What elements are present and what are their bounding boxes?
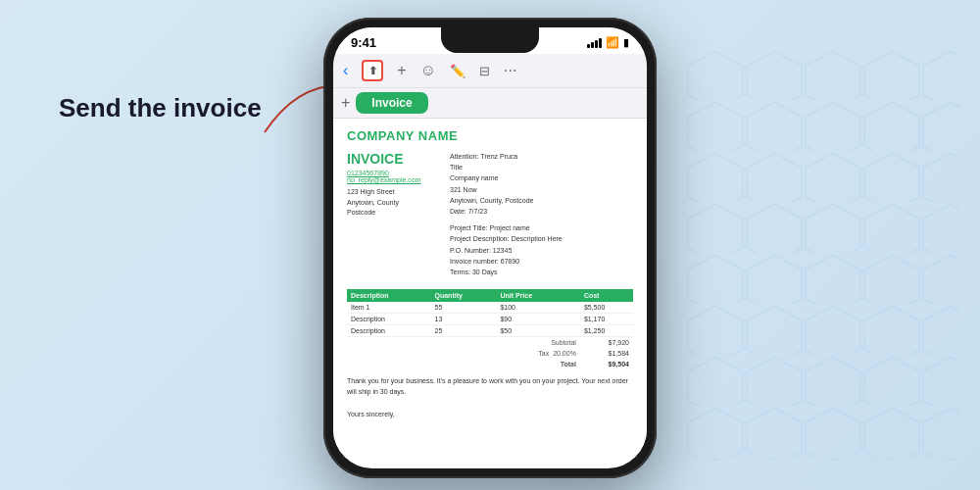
tab-bar: + Invoice — [333, 88, 647, 119]
annotation-text: Send the invoice — [59, 93, 262, 122]
share-icon: ⬆ — [368, 65, 377, 77]
svg-rect-2 — [686, 49, 960, 461]
emoji-button[interactable]: ☺ — [420, 62, 436, 79]
attention-block: Attention: Trenz Pruca Title Company nam… — [450, 151, 633, 217]
col-description: Description — [347, 289, 431, 302]
subtotal-row: Subtotal $7,920 — [347, 337, 633, 349]
phone-notch — [441, 27, 539, 53]
table-row: Description 25 $50 $1,250 — [347, 325, 633, 337]
invoice-email: no_reply@example.com — [347, 176, 440, 183]
status-icons: 📶 ▮ — [587, 36, 629, 49]
annotate-button[interactable]: ✏️ — [450, 64, 466, 78]
share-button[interactable]: ⬆ — [362, 60, 383, 81]
new-tab-button[interactable]: + — [397, 62, 406, 79]
more-button[interactable]: ··· — [504, 62, 516, 79]
phone-frame: 9:41 📶 ▮ ‹ ⬆ + ☺ ✏️ ⊟ ··· — [323, 18, 657, 478]
browser-toolbar: ‹ ⬆ + ☺ ✏️ ⊟ ··· — [333, 54, 647, 88]
thank-you-block: Thank you for your business. It's a plea… — [347, 375, 633, 419]
col-quantity: Quantity — [431, 289, 497, 302]
battery-icon: ▮ — [623, 36, 629, 49]
back-button[interactable]: ‹ — [343, 62, 348, 79]
bg-hex-pattern — [686, 49, 960, 461]
invoice-table: Description Quantity Unit Price Cost Ite… — [347, 289, 633, 369]
company-name: COMPANY NAME — [347, 128, 633, 143]
status-time: 9:41 — [351, 35, 376, 50]
invoice-content: COMPANY NAME INVOICE 01234567890 no_repl… — [333, 119, 647, 454]
phone-screen: 9:41 📶 ▮ ‹ ⬆ + ☺ ✏️ ⊟ ··· — [333, 27, 647, 468]
project-block: Project Title: Project name Project Desc… — [450, 222, 633, 277]
table-row: Item 1 55 $100 $5,500 — [347, 302, 633, 314]
invoice-right-column: Attention: Trenz Pruca Title Company nam… — [450, 151, 633, 283]
invoice-address: 123 High Street Anytown, County Postcode — [347, 187, 440, 219]
invoice-phone: 01234567890 — [347, 170, 440, 176]
table-row: Description 13 $90 $1,170 — [347, 314, 633, 325]
reading-list-button[interactable]: ⊟ — [479, 64, 490, 78]
tax-row: Tax 20.00% $1,584 — [347, 348, 633, 359]
annotation-container: Send the invoice — [59, 93, 262, 123]
tab-add-button[interactable]: + — [341, 94, 350, 112]
invoice-left-column: INVOICE 01234567890 no_reply@example.com… — [347, 151, 440, 283]
signal-bars-icon — [587, 38, 602, 48]
col-cost: Cost — [580, 289, 633, 302]
invoice-layout: INVOICE 01234567890 no_reply@example.com… — [347, 151, 633, 283]
invoice-title: INVOICE — [347, 151, 440, 167]
wifi-icon: 📶 — [606, 36, 619, 49]
total-row: Total $9,504 — [347, 359, 633, 369]
col-unit-price: Unit Price — [496, 289, 580, 302]
invoice-tab[interactable]: Invoice — [356, 92, 427, 114]
